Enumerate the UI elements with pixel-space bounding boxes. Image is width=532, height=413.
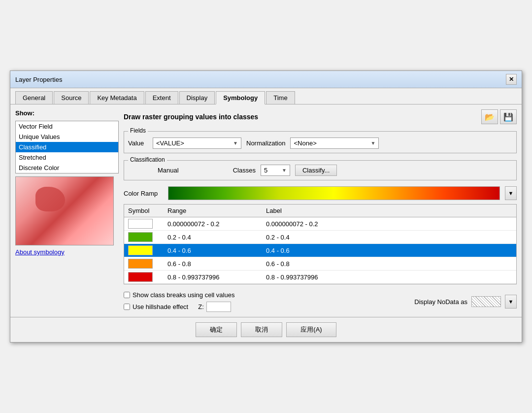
right-header: Draw raster grouping values into classes… [124,109,517,124]
td-label-4: 0.6 - 0.8 [262,259,516,269]
color-ramp-label: Color Ramp [124,190,163,197]
value-label: Value [128,139,148,147]
color-swatch-1 [128,219,153,229]
show-item-discrete-color[interactable]: Discrete Color [16,163,118,173]
classes-label: Classes [233,167,256,174]
layer-properties-window: Layer Properties ✕ General Source Key Me… [10,70,522,343]
normalization-dropdown-arrow: ▼ [371,140,376,146]
show-item-classified[interactable]: Classified [16,142,118,152]
td-label-3: 0.4 - 0.6 [262,245,516,256]
about-symbology-link[interactable]: About symbology [15,248,119,256]
color-swatch-4 [128,259,153,269]
color-swatch-5 [128,272,153,282]
method-label: Manual [158,167,179,174]
td-label-5: 0.8 - 0.993737996 [262,272,516,282]
td-symbol-5 [124,271,164,283]
normalization-dropdown-text: <None> [294,139,316,147]
fields-row: Value <VALUE> ▼ Normalization <None> ▼ [128,138,512,149]
close-button[interactable]: ✕ [506,74,517,85]
tab-extent[interactable]: Extent [145,91,178,104]
icon-buttons: 📂 💾 [481,109,517,124]
right-panel: Draw raster grouping values into classes… [124,109,517,312]
show-item-vector-field[interactable]: Vector Field [16,121,118,132]
symbology-table: Symbol Range Label 0.000000072 - 0.2 0.0… [124,204,517,284]
td-symbol-4 [124,257,164,270]
color-swatch-2 [128,232,153,242]
classification-group-title: Classification [128,156,167,163]
table-row[interactable]: 0.000000072 - 0.2 0.000000072 - 0.2 [124,217,516,231]
td-range-3: 0.4 - 0.6 [164,245,262,256]
table-header: Symbol Range Label [124,205,516,217]
th-symbol: Symbol [124,206,164,215]
tab-time[interactable]: Time [266,91,295,104]
z-row: Z: 1 [198,302,231,312]
classify-button[interactable]: Classify... [295,165,337,176]
td-range-4: 0.6 - 0.8 [164,259,262,269]
nodata-swatch [471,296,501,307]
color-ramp-row: Color Ramp ▼ [124,186,517,200]
cancel-button[interactable]: 取消 [241,322,282,337]
show-item-unique-values[interactable]: Unique Values [16,132,118,142]
normalization-dropdown[interactable]: <None> ▼ [290,138,379,149]
value-dropdown-text: <VALUE> [156,139,184,147]
tab-general[interactable]: General [15,91,53,104]
show-class-breaks-checkbox[interactable] [124,292,130,298]
classes-value: 5 [264,167,267,174]
use-hillshade-checkbox[interactable] [124,304,130,310]
td-range-1: 0.000000072 - 0.2 [164,219,262,229]
z-label: Z: [198,303,204,310]
preview-blob [35,187,65,211]
left-panel: Show: Vector Field Unique Values Classif… [15,109,119,312]
td-range-5: 0.8 - 0.993737996 [164,272,262,282]
classification-group: Classification Manual Classes 5 ▼ Classi… [124,160,517,180]
table-row[interactable]: 0.8 - 0.993737996 0.8 - 0.993737996 [124,271,516,284]
table-row[interactable]: 0.4 - 0.6 0.4 - 0.6 [124,244,516,257]
save-style-button[interactable]: 💾 [500,109,517,124]
td-symbol-3 [124,244,164,257]
use-hillshade-row: Use hillshade effect [124,303,188,310]
classification-row: Manual Classes 5 ▼ Classify... [128,165,512,176]
window-title: Layer Properties [15,76,62,83]
show-class-breaks-label: Show class breaks using cell values [133,291,234,299]
td-range-2: 0.2 - 0.4 [164,232,262,242]
tab-key-metadata[interactable]: Key Metadata [90,91,144,104]
bottom-options: Show class breaks using cell values Use … [124,291,517,312]
nodata-dropdown-button[interactable]: ▼ [505,295,517,309]
show-item-stretched[interactable]: Stretched [16,152,118,163]
load-style-button[interactable]: 📂 [481,109,498,124]
show-label: Show: [15,109,119,117]
nodata-row: Display NoData as ▼ [414,295,517,309]
section-title: Draw raster grouping values into classes [124,113,258,121]
td-label-2: 0.2 - 0.4 [262,232,516,242]
value-dropdown[interactable]: <VALUE> ▼ [153,138,241,149]
td-label-1: 0.000000072 - 0.2 [262,219,516,229]
show-class-breaks-row: Show class breaks using cell values [124,291,234,299]
tabs-bar: General Source Key Metadata Extent Displ… [10,88,522,104]
z-input[interactable]: 1 [206,302,231,312]
fields-group-title: Fields [128,127,148,134]
title-bar: Layer Properties ✕ [10,71,522,88]
ok-button[interactable]: 确定 [196,322,237,337]
classes-arrow: ▼ [282,168,287,173]
preview-box [15,176,114,245]
th-label: Label [262,206,516,215]
main-content: Show: Vector Field Unique Values Classif… [10,104,522,317]
value-dropdown-arrow: ▼ [233,140,238,146]
tab-display[interactable]: Display [179,91,215,104]
apply-button[interactable]: 应用(A) [286,322,336,337]
color-swatch-3 [128,245,153,255]
preview-image [16,177,113,245]
footer: 确定 取消 应用(A) [10,317,522,342]
table-row[interactable]: 0.6 - 0.8 0.6 - 0.8 [124,257,516,271]
use-hillshade-label: Use hillshade effect [133,303,188,310]
tab-source[interactable]: Source [54,91,89,104]
tab-symbology[interactable]: Symbology [216,91,265,104]
color-ramp[interactable] [168,186,500,200]
th-range: Range [164,206,262,215]
fields-group: Fields Value <VALUE> ▼ Normalization <No… [124,131,517,153]
classes-dropdown[interactable]: 5 ▼ [261,165,290,176]
display-nodata-label: Display NoData as [414,298,467,306]
color-ramp-dropdown-button[interactable]: ▼ [505,186,517,200]
normalization-label: Normalization [246,139,285,147]
table-row[interactable]: 0.2 - 0.4 0.2 - 0.4 [124,231,516,244]
